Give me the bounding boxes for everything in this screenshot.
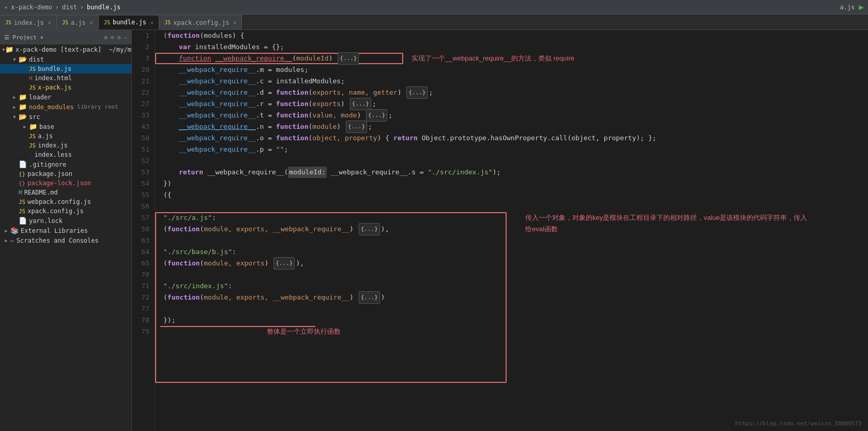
comment-3: 给eval函数 xyxy=(525,224,558,235)
tree-index-less[interactable]: L index.less xyxy=(0,150,131,159)
code-line-57: "./src/a.js" : 传入一个对象，对象的key是模块在工程目录下的相对… xyxy=(163,212,868,224)
tree-package-lock[interactable]: {} package-lock.json xyxy=(0,179,131,188)
project-tree: ▼ 📁 x-pack-demo [text-pack] ~/my/m ▼ 📂 d… xyxy=(0,44,131,245)
tree-a-js[interactable]: JS a.js xyxy=(0,131,131,141)
tree-xpack-js[interactable]: JS x-pack.js xyxy=(0,83,131,92)
arrow-icon: ▶ xyxy=(10,95,19,100)
code-line-33: __webpack_require__ .t = function (value… xyxy=(163,110,868,121)
js-file-icon: JS xyxy=(19,208,25,215)
tab-bar: JS index.js ✕ JS a.js ✕ JS bundle.js ✕ J… xyxy=(0,14,868,30)
sep2: › xyxy=(80,4,84,11)
app-icon: ✦ xyxy=(4,4,8,11)
code-line-79: 整体是一个立即执行函数 xyxy=(163,326,868,337)
tree-a-label: a.js xyxy=(38,132,53,140)
folder-icon: 📂 xyxy=(19,113,27,121)
dist-crumb[interactable]: dist xyxy=(62,4,77,11)
tree-webpack-config[interactable]: JS webpack.config.js xyxy=(0,197,131,206)
tab-close-icon[interactable]: ✕ xyxy=(48,20,51,25)
tree-readme[interactable]: M README.md xyxy=(0,188,131,197)
tab-bundle-js[interactable]: JS bundle.js ✕ xyxy=(99,15,159,29)
tab-xpack-config-js[interactable]: JS xpack.config.js ✕ xyxy=(159,15,242,29)
menu-icon[interactable]: ≡ xyxy=(111,34,114,41)
code-line-72: ( function (module, exports, __webpack_r… xyxy=(163,292,868,303)
code-line-43: __webpack_require__ .n = function (modul… xyxy=(163,121,868,132)
spacer xyxy=(21,152,29,157)
tree-node-modules[interactable]: ▶ 📁 node_modules library root xyxy=(0,102,131,112)
tree-index-html[interactable]: H index.html xyxy=(0,73,131,83)
comment-1: 实现了一个__webpack_require__的方法，类似 require xyxy=(412,53,574,64)
less-file-icon: L xyxy=(29,152,33,158)
code-line-70 xyxy=(163,269,868,280)
spacer xyxy=(21,133,29,139)
tree-base[interactable]: ▶ 📁 base xyxy=(0,122,131,131)
tab-label: index.js xyxy=(14,19,44,26)
tree-external-libs[interactable]: ▶ 📚 External Libraries xyxy=(0,226,131,235)
tree-scratches[interactable]: ▶ ✏ Scratches and Consoles xyxy=(0,235,131,245)
js-icon: JS xyxy=(5,20,11,25)
code-line-55: ({ xyxy=(163,189,868,201)
title-bar: ✦ x-pack-demo › dist › bundle.js a.js ▶ xyxy=(0,0,868,14)
tree-package-json[interactable]: {} package.json xyxy=(0,169,131,179)
code-line-20: __webpack_require__ .m = modules; xyxy=(163,64,868,76)
editor-area[interactable]: 1 2 3 20 21 22 27 33 43 50 51 52 53 54 5… xyxy=(132,30,868,431)
tree-src[interactable]: ▼ 📂 src xyxy=(0,112,131,122)
spacer xyxy=(21,143,29,148)
tab-close-icon[interactable]: ✕ xyxy=(150,20,154,25)
code-line-56 xyxy=(163,201,868,212)
tree-gitignore[interactable]: 📄 .gitignore xyxy=(0,159,131,169)
spacer xyxy=(21,66,29,71)
md-icon: M xyxy=(19,189,22,196)
tab-label: xpack.config.js xyxy=(173,19,229,26)
tree-index-js[interactable]: JS index.js xyxy=(0,141,131,150)
code-line-27: __webpack_require__ .r = function (expor… xyxy=(163,98,868,110)
collapse-icon[interactable]: — xyxy=(124,34,127,41)
file-crumb[interactable]: bundle.js xyxy=(87,4,120,11)
spacer xyxy=(10,218,19,224)
title-breadcrumb: ✦ x-pack-demo › dist › bundle.js xyxy=(4,4,120,11)
tab-close-icon[interactable]: ✕ xyxy=(233,20,236,25)
code-line-77 xyxy=(163,303,868,315)
line-numbers: 1 2 3 20 21 22 27 33 43 50 51 52 53 54 5… xyxy=(132,30,155,431)
tree-dist-label: dist xyxy=(29,56,44,63)
js-file-icon: JS xyxy=(29,142,36,149)
code-line-65: ( function (module, exports ) {...} ), xyxy=(163,258,868,269)
run-button[interactable]: ▶ xyxy=(859,2,864,12)
tree-yarn-lock[interactable]: 📄 yarn.lock xyxy=(0,216,131,226)
tree-package-label: package.json xyxy=(27,170,72,177)
tab-close-icon[interactable]: ✕ xyxy=(90,20,93,25)
sidebar-title: ☰ Project ▾ xyxy=(4,34,43,41)
tree-xpack-config[interactable]: JS xpack.config.js xyxy=(0,206,131,216)
code-line-58: ( function (module, exports, __webpack_r… xyxy=(163,224,868,235)
tree-webpack-label: webpack.config.js xyxy=(27,198,91,205)
code-line-51: __webpack_require__ .p = "" ; xyxy=(163,144,868,155)
tab-index-js[interactable]: JS index.js ✕ xyxy=(0,15,57,29)
tree-dist[interactable]: ▼ 📂 dist xyxy=(0,54,131,64)
code-line-52 xyxy=(163,155,868,167)
scratch-icon: ✏ xyxy=(10,236,14,244)
code-lines: (function(modules) { var installedModule… xyxy=(155,30,868,431)
code-line-1: (function(modules) { xyxy=(163,30,868,41)
project-crumb[interactable]: x-pack-demo xyxy=(11,4,52,11)
code-line-71: "./src/index.js" : xyxy=(163,280,868,292)
tree-node-modules-label: node_modules xyxy=(29,103,74,111)
spacer xyxy=(10,181,19,186)
arrow-icon: ▶ xyxy=(2,228,10,233)
html-file-icon: H xyxy=(29,75,33,82)
tree-xpack-label: x-pack.js xyxy=(38,84,71,91)
tree-external-label: External Libraries xyxy=(21,227,88,234)
folder-icon: 📁 xyxy=(19,93,27,101)
settings-icon[interactable]: ⚙ xyxy=(117,34,121,41)
sidebar-header: ☰ Project ▾ ⊕ ≡ ⚙ — xyxy=(0,30,131,44)
comment-2: 传入一个对象，对象的key是模块在工程目录下的相对路径，value是该模块的代码… xyxy=(525,212,807,224)
add-icon[interactable]: ⊕ xyxy=(104,34,108,41)
sidebar: ☰ Project ▾ ⊕ ≡ ⚙ — ▼ 📁 x-pack-demo [tex… xyxy=(0,30,132,431)
sep1: › xyxy=(55,4,59,11)
tree-root[interactable]: ▼ 📁 x-pack-demo [text-pack] ~/my/m xyxy=(0,44,131,54)
tree-loader[interactable]: ▶ 📁 loader xyxy=(0,92,131,102)
tree-less-label: index.less xyxy=(35,151,72,158)
tree-bundle-js[interactable]: JS bundle.js xyxy=(0,64,131,73)
js-file-icon: JS xyxy=(29,66,36,72)
tab-label: bundle.js xyxy=(113,19,146,26)
watermark: https://blog.csdn.net/weixin_38080573 xyxy=(735,420,862,427)
tab-a-js[interactable]: JS a.js ✕ xyxy=(57,15,99,29)
